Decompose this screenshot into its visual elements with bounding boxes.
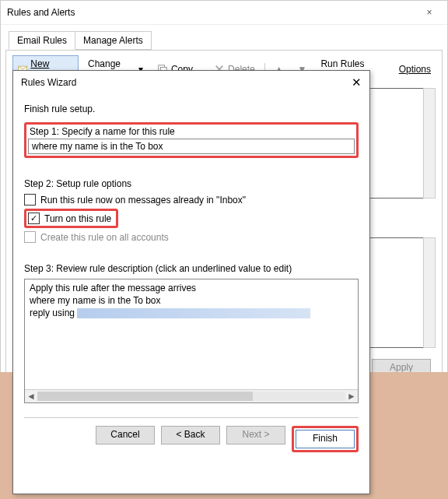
rules-wizard-dialog: Rules Wizard ✕ Finish rule setup. Step 1… [12, 70, 370, 494]
scroll-left-icon[interactable]: ◄ [25, 391, 37, 402]
next-button: Next > [226, 426, 285, 445]
checkbox-disabled-icon [24, 231, 36, 243]
wizard-subtitle: Finish rule setup. [24, 104, 359, 114]
step1-label: Step 1: Specify a name for this rule [30, 126, 355, 137]
finish-highlight: Finish [292, 426, 359, 452]
scroll-track[interactable] [37, 392, 345, 401]
scroll-thumb[interactable] [37, 392, 253, 401]
desc-line: where my name is in the To box [30, 295, 353, 306]
rules-dialog-title: Rules and Alerts [7, 7, 75, 18]
run-now-label: Run this rule now on messages already in… [40, 195, 246, 206]
desc-line: reply using [30, 307, 353, 318]
redacted-value [77, 308, 310, 318]
rule-description-box[interactable]: Apply this rule after the message arrive… [24, 279, 359, 403]
back-button[interactable]: < Back [161, 426, 220, 445]
close-icon[interactable]: ✕ [352, 76, 362, 90]
step3-label: Step 3: Review rule description (click a… [24, 263, 359, 274]
close-icon[interactable]: × [418, 7, 441, 18]
scrollbar[interactable] [423, 237, 436, 348]
scrollbar[interactable] [423, 88, 436, 199]
tabs: Email Rules Manage Alerts [9, 31, 447, 50]
horizontal-scrollbar[interactable]: ◄ ► [25, 389, 358, 402]
tab-email-rules[interactable]: Email Rules [9, 31, 75, 50]
rule-name-input[interactable] [28, 139, 355, 154]
turn-on-label: Turn on this rule [44, 213, 111, 224]
desc-line: Apply this rule after the message arrive… [30, 283, 353, 293]
tab-manage-alerts[interactable]: Manage Alerts [75, 31, 152, 50]
options-link[interactable]: Options [394, 61, 436, 77]
checkbox-icon [24, 194, 36, 206]
turn-on-highlight: ✓ Turn on this rule [24, 209, 118, 228]
rules-dialog-titlebar: Rules and Alerts × [1, 1, 447, 25]
all-accounts-checkbox-row: Create this rule on all accounts [24, 231, 359, 243]
step1-highlight: Step 1: Specify a name for this rule [24, 122, 359, 158]
wizard-title: Rules Wizard [21, 77, 76, 88]
checkbox-checked-icon: ✓ [28, 213, 40, 224]
run-now-checkbox-row[interactable]: Run this rule now on messages already in… [24, 194, 359, 206]
step2-label: Step 2: Setup rule options [24, 178, 359, 189]
turn-on-checkbox-row[interactable]: ✓ Turn on this rule [28, 213, 111, 224]
finish-button[interactable]: Finish [296, 430, 355, 448]
wizard-titlebar: Rules Wizard ✕ [13, 71, 369, 94]
all-accounts-label: Create this rule on all accounts [40, 232, 169, 243]
wizard-button-row: Cancel < Back Next > Finish [13, 418, 369, 460]
cancel-button[interactable]: Cancel [96, 426, 155, 445]
scroll-right-icon[interactable]: ► [345, 391, 358, 402]
